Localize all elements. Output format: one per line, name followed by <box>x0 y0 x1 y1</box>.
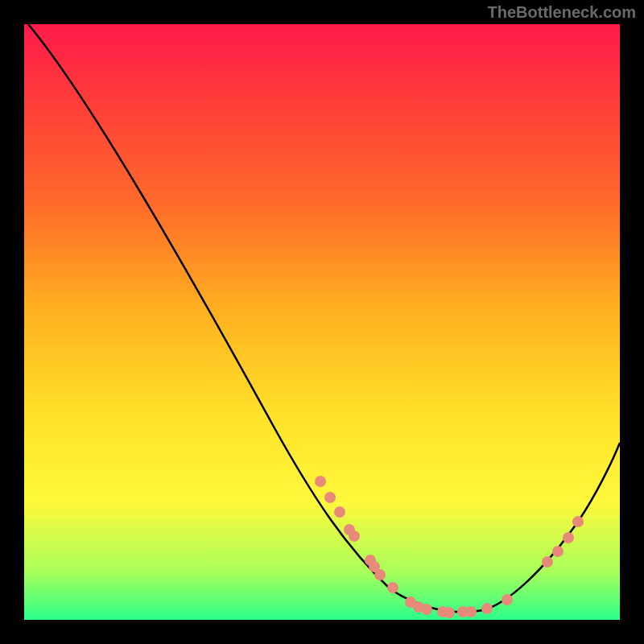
scatter-point <box>374 569 386 580</box>
scatter-point <box>563 532 574 543</box>
scatter-point <box>334 506 345 518</box>
scatter-point <box>502 594 513 605</box>
plot-area <box>24 24 620 620</box>
scatter-point <box>324 492 336 503</box>
scatter-point <box>444 607 455 618</box>
scatter-point <box>349 530 360 542</box>
scatter-point <box>387 582 398 593</box>
chart-svg <box>24 24 620 620</box>
scatter-point <box>465 606 477 617</box>
scatter-point <box>315 476 326 487</box>
scatter-point <box>481 603 493 614</box>
scatter-point <box>552 546 564 557</box>
scatter-point <box>542 556 553 568</box>
scatter-points-group <box>315 476 584 618</box>
watermark-text: TheBottleneck.com <box>488 3 636 22</box>
scatter-point <box>421 604 432 615</box>
bottleneck-curve <box>28 24 620 612</box>
scatter-point <box>572 516 584 527</box>
